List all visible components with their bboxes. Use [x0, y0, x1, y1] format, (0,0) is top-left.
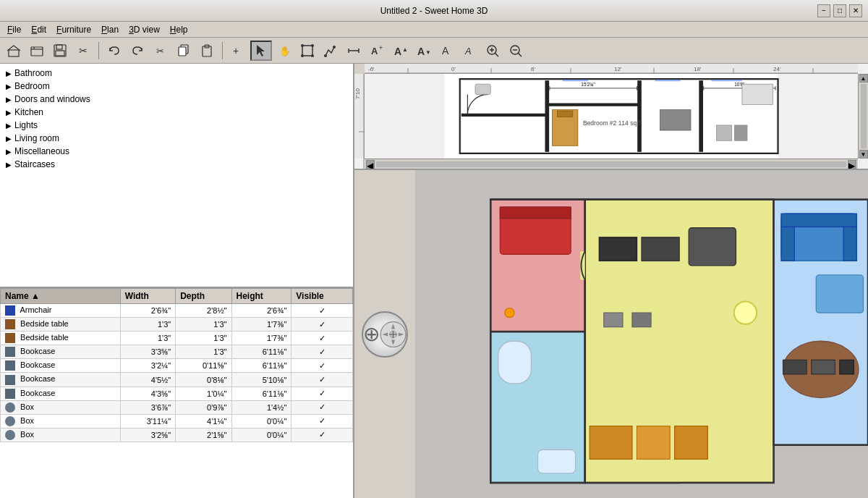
tree-item-lights[interactable]: ▶ Lights: [0, 119, 353, 132]
copy-button[interactable]: [173, 41, 195, 61]
tree-item-bathroom[interactable]: ▶ Bathroom: [0, 67, 353, 80]
table-row[interactable]: Bookcase 3'3⅝" 1'3" 6'11⅛" ✓: [1, 345, 353, 359]
cut-furniture-button[interactable]: ✂: [72, 41, 94, 61]
select-button[interactable]: [250, 41, 272, 61]
vscroll-track-v[interactable]: [861, 84, 867, 148]
svg-rect-102: [599, 237, 637, 261]
tree-item-miscellaneous[interactable]: ▶ Miscellaneous: [0, 145, 353, 158]
cell-depth: 1'3": [176, 345, 231, 359]
menu-help[interactable]: Help: [166, 23, 192, 36]
svg-point-19: [301, 54, 304, 57]
table-row[interactable]: Armchair 2'6¾" 2'8½" 2'6¾" ✓: [1, 304, 353, 318]
maximize-button[interactable]: □: [833, 4, 846, 17]
cut-button[interactable]: ✂: [150, 41, 171, 61]
menu-furniture[interactable]: Furniture: [52, 23, 95, 36]
svg-point-17: [311, 44, 314, 47]
cell-depth: 0'11⅝": [176, 359, 231, 373]
menu-3dview[interactable]: 3D view: [124, 23, 164, 36]
svg-text:24': 24': [773, 66, 781, 72]
add-text-button[interactable]: A+: [366, 41, 388, 61]
paste-button[interactable]: [196, 41, 218, 61]
table-row[interactable]: Box 3'6⅞" 0'9⅞" 1'4½" ✓: [1, 400, 353, 414]
vscroll-up-btn[interactable]: ▲: [859, 74, 868, 83]
open-button[interactable]: [26, 41, 48, 61]
col-header-width[interactable]: Width: [120, 289, 176, 304]
cell-visible: ✓: [292, 400, 353, 414]
svg-text:A: A: [442, 45, 449, 56]
menu-plan[interactable]: Plan: [97, 23, 123, 36]
table-row[interactable]: Bookcase 3'2¼" 0'11⅝" 6'11⅛" ✓: [1, 359, 353, 373]
create-room-button[interactable]: [297, 41, 318, 61]
svg-rect-117: [632, 313, 651, 327]
cell-height: 0'0¼": [231, 414, 292, 428]
nav-compass[interactable]: [362, 311, 408, 358]
hscroll-track[interactable]: [376, 161, 846, 167]
svg-rect-106: [781, 214, 856, 227]
table-row[interactable]: Bedside table 1'3" 1'3" 1'7⅜" ✓: [1, 332, 353, 345]
vscroll-down-btn[interactable]: ▼: [859, 150, 868, 159]
hscroll-2d[interactable]: ◀ ▶: [365, 159, 858, 169]
text-size-decrease-button[interactable]: A▼: [412, 41, 434, 61]
svg-rect-84: [742, 84, 773, 104]
text-bold-button[interactable]: A: [459, 41, 480, 61]
svg-rect-1: [31, 47, 43, 56]
svg-text:Bedroom #2  114 sq ft: Bedroom #2 114 sq ft: [583, 119, 642, 127]
cell-visible: ✓: [292, 304, 353, 318]
tree-label-miscellaneous: Miscellaneous: [14, 146, 69, 156]
cell-depth: 0'9⅞": [176, 400, 231, 414]
tree-item-staircases[interactable]: ▶ Staircases: [0, 158, 353, 171]
cell-width: 2'6¾": [120, 304, 176, 318]
zoom-in-button[interactable]: [482, 41, 503, 61]
minimize-button[interactable]: −: [817, 4, 830, 17]
table-row[interactable]: Bookcase 4'3⅝" 1'0¼" 6'11⅛" ✓: [1, 387, 353, 400]
svg-point-16: [301, 44, 304, 47]
undo-button[interactable]: [103, 41, 125, 61]
hscroll-right-btn[interactable]: ▶: [848, 160, 856, 169]
add-furniture-button[interactable]: +: [227, 41, 249, 61]
vscroll-2d[interactable]: ▲ ▼: [858, 74, 868, 159]
hscroll-left-btn[interactable]: ◀: [366, 160, 375, 169]
tree-label-doors-windows: Doors and windows: [14, 94, 90, 104]
col-header-height[interactable]: Height: [231, 289, 292, 304]
table-row[interactable]: Box 3'11¼" 4'1¼" 0'0¼" ✓: [1, 414, 353, 428]
save-button[interactable]: [49, 41, 71, 61]
svg-text:▲: ▲: [402, 46, 407, 53]
new-home-button[interactable]: [3, 41, 25, 61]
table-row[interactable]: Box 3'2⅝" 2'1⅝" 0'0¼" ✓: [1, 428, 353, 442]
svg-line-34: [495, 53, 498, 56]
text-size-increase-button[interactable]: A▲: [389, 41, 411, 61]
view-3d[interactable]: [415, 170, 868, 498]
furniture-table: Name ▲ Width Depth Height Visible Armcha…: [0, 288, 353, 442]
tree-item-kitchen[interactable]: ▶ Kitchen: [0, 106, 353, 119]
col-header-visible[interactable]: Visible: [292, 289, 353, 304]
furniture-table-container[interactable]: Name ▲ Width Depth Height Visible Armcha…: [0, 288, 353, 498]
redo-button[interactable]: [127, 41, 148, 61]
zoom-out-button[interactable]: [505, 41, 527, 61]
svg-rect-103: [642, 237, 679, 261]
text-style-button[interactable]: A: [435, 41, 457, 61]
cell-width: 3'3⅝": [120, 345, 176, 359]
close-button[interactable]: ✕: [849, 4, 862, 17]
menu-file[interactable]: File: [3, 23, 25, 36]
cell-width: 4'5½": [120, 373, 176, 387]
col-header-depth[interactable]: Depth: [176, 289, 231, 304]
cell-height: 2'6¾": [231, 304, 292, 318]
table-row[interactable]: Bedside table 1'3" 1'3" 1'7⅜" ✓: [1, 318, 353, 332]
svg-rect-114: [637, 426, 670, 460]
tree-label-kitchen: Kitchen: [14, 107, 43, 117]
tree-item-bedroom[interactable]: ▶ Bedroom: [0, 80, 353, 93]
tree-item-living-room[interactable]: ▶ Living room: [0, 132, 353, 145]
menu-edit[interactable]: Edit: [27, 23, 51, 36]
tree-item-doors-windows[interactable]: ▶ Doors and windows: [0, 93, 353, 106]
svg-text:0': 0': [451, 66, 456, 72]
table-row[interactable]: Bookcase 4'5½" 0'8⅛" 5'10⅛" ✓: [1, 373, 353, 387]
cell-name: Box: [1, 400, 121, 414]
view-2d[interactable]: -6' 0' 6' 12' 18' 24' 7'10: [354, 64, 868, 170]
furniture-tree[interactable]: ▶ Bathroom ▶ Bedroom ▶ Doors and windows…: [0, 64, 353, 288]
cell-visible: ✓: [292, 359, 353, 373]
create-polyline-button[interactable]: [320, 41, 341, 61]
svg-text:18': 18': [694, 66, 702, 72]
pan-button[interactable]: ✋: [273, 41, 295, 61]
add-dimension-button[interactable]: [343, 41, 365, 61]
col-header-name[interactable]: Name ▲: [1, 289, 121, 304]
